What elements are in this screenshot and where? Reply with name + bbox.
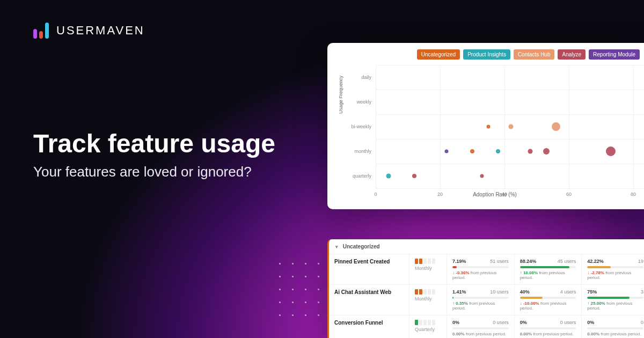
metric-progress-bar	[520, 266, 576, 268]
chart-y-axis-label: Usage Frequency	[338, 76, 343, 114]
metric-delta: ↑ 0.35% from previous period.	[452, 301, 509, 311]
chart-bubble[interactable]	[543, 148, 550, 155]
metric-progress-bar	[452, 266, 509, 268]
chart-bubble[interactable]	[552, 122, 560, 131]
frequency-label: Quarterly	[415, 327, 441, 332]
metric-value: 75%	[587, 289, 597, 295]
chart-plot-area: Usage Frequency dailyweeklybi-weeklymont…	[350, 65, 644, 188]
brand-logo: USERMAVEN	[33, 23, 145, 39]
x-axis-tick: 0	[374, 192, 377, 197]
frequency-sparkbar-icon	[415, 320, 441, 325]
frequency-label: Monthly	[415, 266, 441, 271]
metric-value: 88.24%	[520, 259, 537, 264]
metric-cell: 75%3↑ 25.00% from previous period.	[582, 285, 644, 315]
chart-bubble[interactable]	[496, 149, 500, 153]
chart-bubble[interactable]	[487, 125, 491, 129]
metric-value: 0%	[520, 320, 527, 325]
chart-bubble[interactable]	[445, 150, 449, 153]
metric-delta: 0.00% from previous period.	[520, 332, 576, 336]
metric-cell: 1.41%10 users↑ 0.35% from previous perio…	[447, 285, 515, 315]
brand-name: USERMAVEN	[56, 24, 145, 38]
table-row[interactable]: Conversion FunnelQuarterly0%0 users0.00%…	[329, 315, 644, 338]
metric-progress-bar	[587, 266, 643, 268]
metric-users: 10 users	[490, 289, 509, 295]
chart-x-axis-label: Adoption Rate (%)	[350, 192, 640, 197]
legend-chip[interactable]: Uncategorized	[417, 49, 460, 60]
legend-chip[interactable]: Analyze	[558, 49, 586, 60]
chart-bubble[interactable]	[470, 149, 474, 153]
metric-cell: 40%4 users↓ -10.00% from previous period…	[515, 285, 582, 315]
chart-bubble[interactable]	[528, 149, 533, 154]
table-row[interactable]: Ai Chat Assistant WebMonthly1.41%10 user…	[329, 285, 644, 315]
chart-bubble[interactable]	[412, 174, 416, 178]
metric-progress-bar	[452, 327, 509, 329]
x-axis-tick: 40	[502, 192, 507, 197]
metric-progress-bar	[520, 327, 576, 329]
metric-cell: 7.19%51 users↓ -0.36% from previous peri…	[447, 254, 515, 284]
legend-chip[interactable]: Contacts Hub	[514, 49, 555, 60]
logo-mark-icon	[33, 23, 49, 39]
feature-name-cell: Ai Chat Assistant Web	[329, 285, 409, 315]
metric-cell: 0%0 users0.00% from previous period.	[515, 315, 582, 338]
metric-users: 0 users	[493, 320, 509, 325]
metric-cell: 42.22%19↓ -2.78% from previous period.	[582, 254, 644, 284]
metric-value: 40%	[520, 289, 530, 295]
feature-name-cell: Pinned Event Created	[329, 254, 409, 284]
metric-cell: 0%00.00% from previous period.	[582, 315, 644, 338]
metric-cell: 0%0 users0.00% from previous period.	[447, 315, 515, 338]
metric-delta: ↓ -2.78% from previous period.	[587, 270, 643, 280]
chart-legend: UncategorizedProduct InsightsContacts Hu…	[335, 49, 640, 60]
x-axis-tick: 20	[437, 192, 443, 197]
metric-cell: 88.24%45 users↑ 18.08% from previous per…	[515, 254, 582, 284]
metric-delta: ↑ 18.08% from previous period.	[520, 270, 576, 280]
frequency-cell: Quarterly	[409, 315, 447, 338]
metric-value: 0%	[587, 320, 594, 325]
metric-progress-bar	[587, 297, 643, 299]
chart-bubble[interactable]	[386, 174, 391, 179]
legend-chip[interactable]: Product Insights	[463, 49, 510, 60]
metric-progress-bar	[520, 297, 576, 299]
hero-title: Track feature usage	[33, 129, 275, 158]
metric-value: 7.19%	[452, 259, 466, 264]
frequency-cell: Monthly	[409, 254, 447, 284]
metric-progress-bar	[452, 297, 509, 299]
chart-bubble[interactable]	[606, 146, 616, 156]
metric-users: 3	[641, 289, 643, 295]
frequency-label: Monthly	[415, 296, 441, 302]
feature-usage-table: Uncategorized Pinned Event CreatedMonthl…	[327, 239, 644, 338]
metric-delta: ↓ -10.00% from previous period.	[520, 301, 576, 311]
chart-bubble[interactable]	[480, 174, 484, 178]
metric-delta: 0.00% from previous period.	[587, 332, 643, 336]
y-axis-tick: weekly	[347, 99, 371, 105]
metric-value: 42.22%	[587, 259, 604, 264]
frequency-sparkbar-icon	[415, 259, 441, 264]
metric-delta: ↓ -0.36% from previous period.	[452, 270, 509, 280]
feature-adoption-chart-card: UncategorizedProduct InsightsContacts Hu…	[327, 43, 644, 209]
x-axis-tick: 80	[631, 192, 636, 197]
metric-value: 1.41%	[452, 289, 466, 295]
metric-progress-bar	[587, 327, 643, 329]
metric-users: 19	[638, 259, 643, 264]
legend-chip[interactable]: Reporting Module	[589, 49, 640, 60]
hero-subtitle: Your features are loved or ignored?	[33, 164, 275, 180]
metric-users: 0	[641, 320, 643, 325]
frequency-cell: Monthly	[409, 285, 447, 315]
y-axis-tick: quarterly	[347, 173, 371, 179]
feature-name-cell: Conversion Funnel	[329, 315, 409, 338]
table-group-label: Uncategorized	[343, 244, 380, 249]
metric-delta: ↑ 25.00% from previous period.	[587, 301, 643, 311]
hero: Track feature usage Your features are lo…	[33, 129, 275, 180]
y-axis-tick: monthly	[347, 149, 371, 154]
metric-users: 0 users	[560, 320, 576, 325]
chart-bubble[interactable]	[509, 124, 514, 129]
metric-value: 0%	[452, 320, 459, 325]
metric-users: 4 users	[560, 289, 576, 295]
x-axis-tick: 60	[566, 192, 572, 197]
y-axis-tick: daily	[347, 75, 371, 80]
metric-users: 45 users	[558, 259, 576, 264]
y-axis-tick: bi-weekly	[347, 124, 371, 129]
table-row[interactable]: Pinned Event CreatedMonthly7.19%51 users…	[329, 254, 644, 285]
table-group-header[interactable]: Uncategorized	[329, 239, 644, 254]
metric-delta: 0.00% from previous period.	[452, 332, 509, 336]
metric-users: 51 users	[490, 259, 509, 264]
